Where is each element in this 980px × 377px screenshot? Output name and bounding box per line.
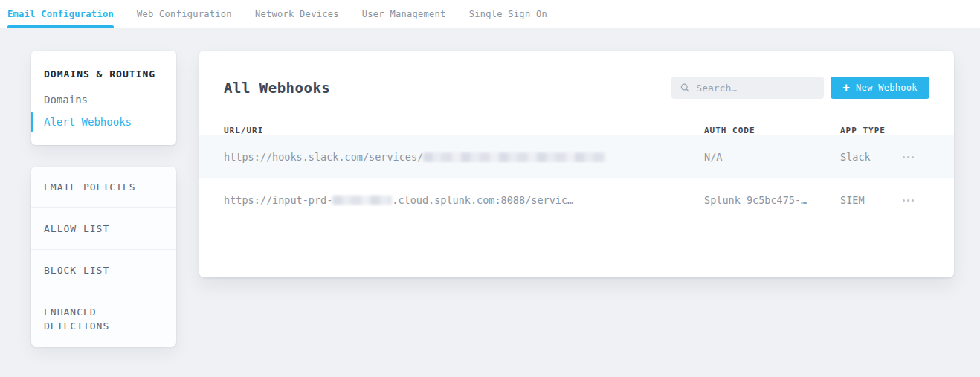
sidebar-item-label: ALLOW LIST: [44, 222, 144, 236]
sidebar-item-alert-webhooks[interactable]: Alert Webhooks: [31, 111, 176, 133]
tab-label: Network Devices: [255, 9, 339, 19]
redacted-blur: [423, 152, 606, 162]
auth-code-cell: N/A: [704, 151, 840, 163]
tab-user-management[interactable]: User Management: [362, 0, 446, 28]
new-webhook-label: New Webhook: [856, 83, 918, 93]
webhook-url: https://input-prd-.cloud.splunk.com:8088…: [224, 194, 704, 206]
tab-label: Web Configuration: [137, 9, 232, 19]
sidebar: DOMAINS & ROUTING Domains Alert Webhooks…: [31, 51, 176, 347]
sidebar-links-card: EMAIL POLICIES ALLOW LIST BLOCK LIST ENH…: [31, 167, 176, 347]
sidebar-item-label: BLOCK LIST: [44, 263, 144, 277]
auth-code-cell: Splunk 9c5bc475-…: [704, 194, 840, 206]
sidebar-item-label: Alert Webhooks: [44, 116, 132, 128]
tab-label: Email Configuration: [7, 9, 114, 19]
tab-single-sign-on[interactable]: Single Sign On: [469, 0, 547, 28]
sidebar-section-heading: DOMAINS & ROUTING: [44, 68, 164, 80]
plus-icon: +: [842, 82, 850, 94]
ellipsis-icon: [903, 156, 905, 158]
webhook-url: https://hooks.slack.com/services/: [224, 151, 704, 163]
sidebar-item-enhanced-detections[interactable]: ENHANCED DETECTIONS: [31, 291, 176, 347]
url-text: https://input-prd-: [224, 194, 332, 206]
sidebar-item-block-list[interactable]: BLOCK LIST: [31, 249, 176, 291]
sidebar-item-allow-list[interactable]: ALLOW LIST: [31, 207, 176, 249]
sidebar-item-email-policies[interactable]: EMAIL POLICIES: [31, 167, 176, 207]
top-tab-bar: Email Configuration Web Configuration Ne…: [0, 0, 980, 28]
url-text: .cloud.splunk.com:8088/servic…: [392, 194, 573, 206]
tab-email-configuration[interactable]: Email Configuration: [7, 0, 114, 28]
search-icon: [680, 83, 689, 93]
search-box[interactable]: [671, 77, 824, 99]
active-item-bar: [31, 112, 33, 132]
tab-label: Single Sign On: [469, 9, 547, 19]
table-header-row: URL/URI AUTH CODE APP TYPE: [199, 126, 954, 135]
tab-network-devices[interactable]: Network Devices: [255, 0, 339, 28]
sidebar-item-label: Domains: [44, 94, 88, 106]
search-input[interactable]: [696, 83, 815, 94]
tab-label: User Management: [362, 9, 446, 19]
sidebar-item-label: EMAIL POLICIES: [44, 180, 144, 194]
page-content: DOMAINS & ROUTING Domains Alert Webhooks…: [0, 28, 980, 347]
sidebar-item-label: ENHANCED DETECTIONS: [44, 305, 144, 333]
url-text: https://hooks.slack.com/services/: [224, 151, 423, 163]
row-menu-button[interactable]: [900, 149, 919, 164]
app-type-cell: Slack: [840, 151, 900, 163]
app-type-cell: SIEM: [840, 194, 900, 206]
table-row[interactable]: https://input-prd-.cloud.splunk.com:8088…: [199, 178, 954, 222]
new-webhook-button[interactable]: + New Webhook: [831, 77, 929, 99]
ellipsis-icon: [903, 199, 905, 202]
tab-web-configuration[interactable]: Web Configuration: [137, 0, 232, 28]
table-row[interactable]: https://hooks.slack.com/services/ N/A Sl…: [199, 135, 954, 178]
column-header-url: URL/URI: [224, 126, 704, 135]
column-header-auth-code: AUTH CODE: [704, 126, 840, 135]
page-title: All Webhooks: [224, 80, 330, 96]
redacted-blur: [332, 196, 392, 205]
row-menu-button[interactable]: [900, 193, 919, 207]
domains-routing-card: DOMAINS & ROUTING Domains Alert Webhooks: [31, 51, 176, 145]
column-header-app-type: APP TYPE: [840, 126, 900, 135]
sidebar-item-domains[interactable]: Domains: [31, 88, 176, 111]
webhooks-panel: All Webhooks + New Webhook URL/URI AUTH …: [199, 51, 954, 277]
active-tab-underline: [7, 25, 114, 28]
panel-header: All Webhooks + New Webhook: [199, 51, 954, 99]
